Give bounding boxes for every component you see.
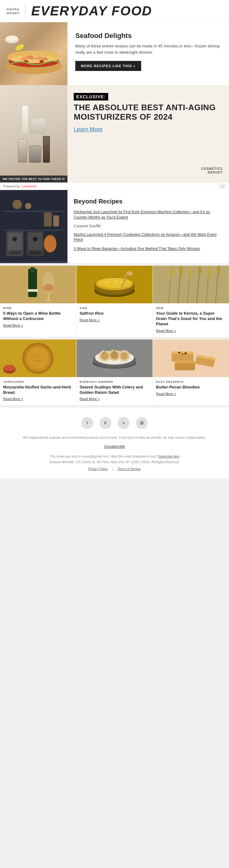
scallops-read-more[interactable]: Read More »	[80, 397, 150, 401]
bottle-3	[18, 139, 27, 163]
kernza-svg	[153, 266, 229, 303]
moisturizer-illustration	[11, 99, 56, 169]
bottom-blondies: EASY DESSERTS Butter-Pecan Blondies Read…	[153, 339, 229, 405]
svg-rect-15	[3, 211, 64, 212]
svg-point-79	[101, 352, 108, 360]
svg-point-59	[179, 266, 183, 275]
blondies-body: EASY DESSERTS Butter-Pecan Blondies Read…	[153, 377, 229, 400]
svg-rect-38	[48, 294, 49, 300]
privacy-policy-link[interactable]: Privacy Policy	[88, 466, 108, 472]
svg-point-31	[44, 235, 57, 252]
svg-point-29	[12, 200, 22, 209]
saffron-category: SIDE	[80, 307, 150, 310]
bottle-row-bottom	[18, 136, 50, 163]
saffron-read-more[interactable]: Read More »	[80, 318, 150, 322]
svg-rect-35	[30, 267, 35, 272]
seafood-image	[0, 22, 67, 85]
more-recipes-button[interactable]: MORE RECIPES LIKE THIS »	[75, 61, 141, 71]
terms-link[interactable]: Terms of Service	[117, 466, 140, 472]
wine-article-body: WINE 5 Ways to Open a Wine Bottle Withou…	[0, 303, 76, 332]
ad-text-block: EXCLUSIVE: THE ABSOLUTE BEST ANTI-AGING …	[74, 93, 223, 136]
svg-text:✦✦✦: ✦✦✦	[34, 354, 41, 358]
scallops-title: Seared Scallops With Celery and Golden R…	[80, 385, 150, 395]
subscribe-here-link[interactable]: Subscribe here	[158, 455, 179, 458]
three-col-section: WINE 5 Ways to Open a Wine Bottle Withou…	[0, 263, 229, 337]
bottle-1	[22, 105, 29, 133]
beyond-link-4[interactable]: 3 Ways to Ripen Bananas—Including One Me…	[74, 246, 223, 252]
svg-point-67	[27, 347, 49, 369]
wine-read-more[interactable]: Read More »	[3, 323, 73, 327]
svg-point-30	[25, 203, 31, 209]
bottom-garlic-bread: ✦✦✦ ✦✦✦ APPETIZERS Mozzarella-Stuffed Ga…	[0, 339, 76, 405]
svg-rect-28	[53, 215, 59, 226]
scallops-body: EVERYDAY DINNERS Seared Scallops With Ce…	[76, 377, 153, 405]
blondies-category: EASY DESSERTS	[156, 380, 226, 383]
seafood-heading: Seafood Delights	[75, 32, 221, 40]
garlic-bread-read-more[interactable]: Read More »	[3, 397, 73, 401]
header: martha stewart EVERYDAY FOOD	[0, 0, 229, 22]
wine-category: WINE	[3, 307, 73, 310]
svg-point-45	[97, 278, 132, 288]
publication-title: EVERYDAY FOOD	[31, 3, 152, 19]
brand-logo: martha stewart	[6, 7, 20, 15]
kernza-category: NEW	[156, 307, 226, 310]
svg-rect-21	[9, 252, 21, 254]
svg-rect-16	[3, 229, 64, 231]
social-footer-section: f P ✕	[0, 405, 229, 478]
ad-content: EXCLUSIVE: THE ABSOLUTE BEST ANTI-AGING …	[67, 85, 229, 182]
scallops-svg	[76, 339, 153, 377]
svg-point-92	[185, 352, 187, 354]
ad-marker: Ad	[219, 184, 226, 188]
facebook-icon[interactable]: f	[81, 417, 93, 429]
saffron-image	[76, 266, 153, 303]
svg-point-60	[189, 267, 192, 278]
powered-by-bar: Powered by LiveIntent Ad	[0, 182, 229, 190]
footer-legal: This email was sent to xxxxxx@gmail.com …	[6, 454, 223, 472]
cosmetics-report: COSMETICS REPORT	[201, 167, 223, 175]
svg-text:✦✦✦: ✦✦✦	[34, 359, 41, 362]
blondies-image	[153, 339, 229, 377]
kernza-read-more[interactable]: Read More »	[156, 329, 226, 333]
instagram-icon[interactable]	[136, 417, 148, 429]
liveintent-logo: LiveIntent	[22, 185, 36, 188]
bottle-5	[43, 136, 50, 163]
beyond-link-2[interactable]: Caramel Soufflé	[74, 224, 223, 228]
ad-image: WE TESTED THE BEST TO FIND THESE 5!	[0, 85, 67, 182]
seafood-content: Seafood Delights Many of these entrée re…	[67, 22, 229, 85]
wine-image	[0, 266, 76, 303]
powered-by-text: Powered by	[3, 185, 20, 188]
svg-text:f: f	[87, 421, 88, 425]
beyond-image	[0, 190, 67, 263]
svg-point-62	[207, 266, 211, 277]
brand-name-line1: martha	[7, 7, 19, 11]
bottle-2	[30, 118, 46, 133]
svg-point-11	[6, 35, 18, 40]
seafood-illustration	[2, 25, 65, 82]
kernza-title: Your Guide to Kernza, a Super Grain That…	[156, 311, 226, 327]
espresso-illustration	[0, 192, 67, 261]
wine-svg	[0, 266, 76, 303]
blondies-svg	[153, 339, 229, 377]
kernza-image	[153, 266, 229, 303]
beyond-link-1[interactable]: KitchenAid Just Launched Its First-Ever …	[74, 210, 223, 220]
footer-disclaimer: We independently evaluate all recommende…	[21, 435, 208, 440]
social-icons: f P ✕	[6, 417, 223, 429]
garlic-bread-title: Mozzarella-Stuffed Garlic-and-Herb Bread	[3, 385, 73, 395]
blondies-read-more[interactable]: Read More »	[156, 392, 226, 396]
beyond-link-3[interactable]: Martha Launched 4 Premium Cookware Colle…	[74, 232, 223, 243]
garlic-bread-svg: ✦✦✦ ✦✦✦	[0, 339, 76, 377]
blondies-title: Butter-Pecan Blondies	[156, 385, 226, 390]
svg-point-25	[34, 238, 37, 241]
seafood-description: Many of these entrée recipes can be made…	[75, 43, 221, 55]
garlic-bread-body: APPETIZERS Mozzarella-Stuffed Garlic-and…	[0, 377, 76, 405]
footer-legal-line1: This email was sent to xxxxxx@gmail.com …	[6, 454, 223, 459]
unsubscribe-link[interactable]: Unsubscribe	[6, 444, 223, 449]
scallops-category: EVERYDAY DINNERS	[80, 380, 150, 383]
pinterest-icon[interactable]: P	[99, 417, 111, 429]
x-icon[interactable]: ✕	[118, 417, 130, 429]
svg-rect-33	[0, 266, 76, 303]
svg-rect-88	[175, 361, 195, 363]
article-wine: WINE 5 Ways to Open a Wine Bottle Withou…	[0, 266, 76, 337]
brand-name-line2: stewart	[6, 11, 20, 15]
learn-more-link[interactable]: Learn More	[74, 126, 103, 133]
